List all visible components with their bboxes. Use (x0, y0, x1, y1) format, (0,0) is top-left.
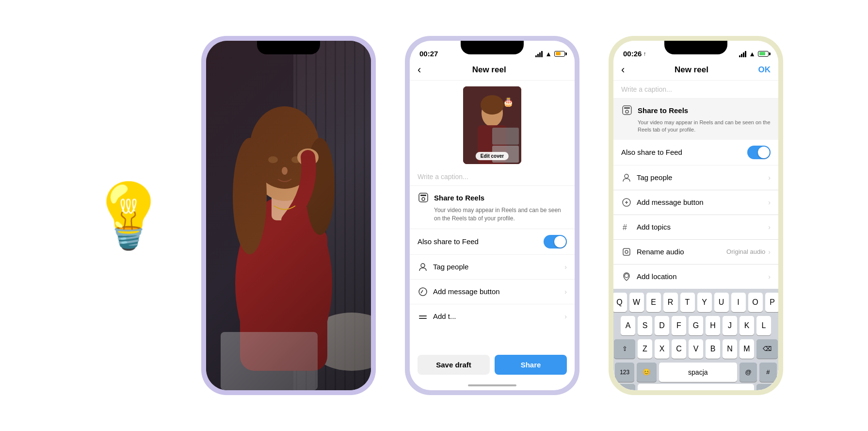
key-123[interactable]: 123 (615, 363, 634, 382)
phone3-screen: 00:26 ↑ ▲ (613, 41, 778, 390)
key-f[interactable]: F (672, 316, 686, 335)
key-e[interactable]: E (646, 293, 661, 312)
phone1-photo (206, 41, 371, 390)
key-q[interactable]: Q (613, 293, 627, 312)
phone3-feed-toggle[interactable] (747, 146, 771, 159)
key-c[interactable]: C (672, 339, 686, 359)
phone3-share-reels-title: Share to Reels (638, 106, 688, 115)
key-r[interactable]: R (663, 293, 678, 312)
phone2-share-reels-header: Share to Reels (418, 192, 567, 203)
key-s[interactable]: S (638, 316, 652, 335)
key-t[interactable]: T (680, 293, 695, 312)
phone3-status-icons: ▲ (739, 50, 769, 58)
phone3-upload-arrow: ↑ (643, 50, 646, 57)
key-i[interactable]: I (731, 293, 746, 312)
key-v[interactable]: V (689, 339, 703, 359)
key-d[interactable]: D (655, 316, 669, 335)
key-g[interactable]: G (689, 316, 703, 335)
phone3-ok-button[interactable]: OK (758, 65, 771, 75)
phone3-add-location-left: Add location (621, 271, 677, 282)
key-mic[interactable]: 🎤 (756, 384, 777, 390)
key-shift[interactable]: ⇧ (614, 339, 635, 359)
phone3-add-topics-row[interactable]: # Add topics › (613, 215, 778, 240)
phone3-rename-audio-right: Original audio › (726, 248, 771, 256)
svg-point-47 (625, 250, 628, 253)
phone2-share-reels-section: Share to Reels Your video may appear in … (410, 186, 575, 229)
key-space2[interactable] (638, 384, 754, 390)
keyboard-row-1: Q W E R T Y U I O P (615, 293, 777, 312)
key-m[interactable]: M (739, 339, 754, 359)
phone2-feed-toggle[interactable] (544, 235, 567, 249)
key-globe[interactable]: 🌐 (615, 384, 635, 390)
phone3-time: 00:26 (623, 50, 642, 58)
key-z[interactable]: Z (638, 339, 652, 359)
key-p[interactable]: P (765, 293, 779, 312)
key-h[interactable]: H (706, 316, 720, 335)
message-icon (418, 286, 428, 297)
phone3-tag-people-icon (621, 172, 632, 183)
phone2-nav-bar: ‹ New reel (410, 60, 575, 81)
phone2-add-message-chevron: › (564, 288, 567, 296)
key-a[interactable]: A (621, 316, 635, 335)
phone3-back-button[interactable]: ‹ (621, 64, 625, 76)
svg-rect-29 (492, 128, 519, 145)
phone3-add-location-row[interactable]: Add location › (613, 265, 778, 289)
battery-icon (554, 51, 565, 57)
svg-point-35 (419, 288, 427, 296)
phone3-tag-people-row[interactable]: Tag people › (613, 166, 778, 190)
key-o[interactable]: O (748, 293, 763, 312)
key-hash[interactable]: # (759, 363, 777, 382)
reels-icon (418, 192, 429, 203)
phone2-add-topics-chevron: › (564, 313, 567, 320)
phone2-also-share-row: Also share to Feed (410, 229, 575, 255)
phone3-topics-icon: # (621, 222, 632, 232)
phone3-rename-audio-left: Rename audio (621, 247, 684, 257)
key-x[interactable]: X (655, 339, 669, 359)
phone2-home-indicator (410, 381, 575, 390)
phone2-back-button[interactable]: ‹ (418, 64, 421, 76)
phone3-tag-people-chevron: › (768, 174, 771, 182)
phone3-add-message-row[interactable]: Add message button › (613, 190, 778, 215)
phone3-caption-input[interactable]: Write a caption... (613, 81, 778, 99)
phone3-add-message-chevron: › (768, 199, 771, 206)
phone2-share-button[interactable]: Share (495, 355, 567, 375)
key-u[interactable]: U (714, 293, 729, 312)
svg-rect-32 (420, 195, 426, 196)
key-space[interactable]: spacja (659, 363, 737, 382)
phone3-share-reels-desc: Your video may appear in Reels and can b… (638, 119, 771, 134)
key-k[interactable]: K (739, 316, 754, 335)
phone3-keyboard: Q W E R T Y U I O P A S (613, 289, 778, 390)
svg-text:🎂: 🎂 (503, 97, 514, 107)
key-l[interactable]: L (756, 316, 771, 335)
phone3-frame: 00:26 ↑ ▲ (609, 36, 783, 395)
phone2-caption-input[interactable]: Write a caption... (410, 168, 575, 186)
phone3-battery-icon (758, 51, 769, 57)
tag-people-icon (418, 262, 428, 272)
phone3-rename-audio-label: Rename audio (637, 248, 684, 256)
svg-text:#: # (623, 223, 627, 232)
phone3-rename-audio-row[interactable]: Rename audio Original audio › (613, 240, 778, 265)
phone3-also-share-row: Also share to Feed (613, 140, 778, 166)
phone3-add-topics-left: # Add topics (621, 222, 671, 232)
phone2-add-topics-row[interactable]: Add t... › (410, 304, 575, 329)
phone2-add-message-row[interactable]: Add message button › (410, 280, 575, 304)
phone2-save-draft-button[interactable]: Save draft (418, 355, 490, 375)
key-w[interactable]: W (629, 293, 644, 312)
key-b[interactable]: B (706, 339, 720, 359)
phone3-content: 00:26 ↑ ▲ (613, 41, 778, 390)
phone2-tag-people-row[interactable]: Tag people › (410, 255, 575, 280)
key-y[interactable]: Y (697, 293, 712, 312)
phone2-screen: 00:27 ▲ (410, 41, 575, 390)
phone2-video-thumb[interactable]: 🎂 Edit cover (463, 86, 521, 164)
phone3-message-icon (621, 197, 632, 208)
phone2-tag-people-left: Tag people (418, 262, 468, 272)
phone1-frame (201, 36, 376, 395)
key-emoji[interactable]: 😊 (637, 363, 656, 382)
key-n[interactable]: N (723, 339, 737, 359)
svg-rect-36 (419, 315, 427, 316)
key-at[interactable]: @ (739, 363, 757, 382)
phone2-video-preview: 🎂 Edit cover (410, 81, 575, 168)
phone2-edit-cover-label[interactable]: Edit cover (476, 152, 509, 160)
key-delete[interactable]: ⌫ (756, 339, 778, 359)
key-j[interactable]: J (723, 316, 737, 335)
